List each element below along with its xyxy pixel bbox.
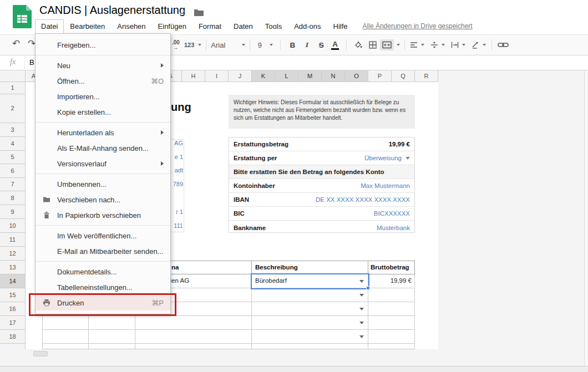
menu-hilfe[interactable]: Hilfe — [327, 19, 354, 33]
strikethrough-button[interactable]: S — [314, 41, 328, 49]
row-header-15[interactable]: 15 — [0, 288, 26, 302]
table-cell-betrag[interactable]: 19,99 € — [368, 274, 415, 288]
row-header-11[interactable]: 11 — [0, 233, 26, 247]
column-header-I[interactable]: I — [205, 70, 229, 82]
menu-addons[interactable]: Add-ons — [288, 19, 327, 33]
row-header-5[interactable]: 5 — [0, 151, 26, 164]
insert-link-button[interactable] — [498, 41, 509, 49]
dropdown-caret-icon[interactable] — [359, 308, 364, 310]
row-header-6[interactable]: 6 — [0, 164, 26, 178]
merge-cells-button[interactable] — [380, 39, 394, 50]
menu-format[interactable]: Format — [192, 19, 227, 33]
column-header-H[interactable]: H — [182, 70, 205, 82]
column-header-J[interactable]: J — [229, 70, 252, 82]
menu-item-kopie-erstellen[interactable]: Kopie erstellen... — [36, 104, 170, 120]
row-header-9[interactable]: 9 — [0, 205, 26, 219]
column-header-Q[interactable]: Q — [392, 70, 415, 82]
table-cell[interactable] — [42, 316, 89, 330]
menu-einfuegen[interactable]: Einfügen — [152, 19, 192, 33]
table-cell[interactable] — [368, 344, 415, 349]
table-cell[interactable] — [89, 330, 135, 344]
menu-item-verschieben-nach[interactable]: Verschieben nach... — [36, 192, 170, 207]
table-cell[interactable] — [135, 344, 252, 349]
row-header-2[interactable]: 2 — [0, 94, 26, 123]
table-cell[interactable] — [252, 330, 368, 344]
menu-item-umbenennen[interactable]: Umbenennen... — [36, 176, 170, 192]
menu-item-neu[interactable]: Neu — [36, 58, 170, 73]
menu-ansehen[interactable]: Ansehen — [111, 19, 151, 33]
row-header-partial[interactable] — [0, 344, 26, 349]
menu-item-dokumentdetails[interactable]: Dokumentdetails... — [36, 264, 170, 279]
increase-decimal-button[interactable]: .00→ — [172, 40, 180, 50]
text-rotation-button[interactable] — [471, 41, 486, 49]
menu-daten[interactable]: Daten — [227, 19, 259, 33]
text-wrap-button[interactable] — [450, 41, 465, 49]
font-size-select[interactable]: 9 — [255, 41, 276, 49]
row-header-13[interactable]: 13 — [0, 261, 26, 274]
menu-item-oeffnen[interactable]: Öffnen...⌘O — [36, 73, 170, 89]
table-cell[interactable] — [368, 316, 415, 330]
menu-item-freigeben[interactable]: Freigeben... — [36, 37, 170, 53]
row-header-7[interactable]: 7 — [0, 178, 26, 191]
number-format-button[interactable]: 123 — [184, 42, 201, 48]
table-cell[interactable] — [368, 330, 415, 344]
formula-bar-content[interactable]: B — [29, 58, 34, 67]
google-sheets-logo-icon[interactable] — [13, 5, 32, 30]
table-cell[interactable] — [89, 344, 135, 349]
column-header-L[interactable]: L — [275, 70, 298, 82]
menu-item-importieren[interactable]: Importieren... — [36, 89, 170, 104]
column-header-P[interactable]: P — [368, 70, 392, 82]
table-cell[interactable] — [42, 344, 89, 349]
fill-handle[interactable] — [366, 286, 370, 290]
fill-color-button[interactable] — [351, 40, 366, 49]
row-header-4[interactable]: 4 — [0, 137, 26, 151]
borders-button[interactable] — [366, 40, 380, 49]
table-cell[interactable] — [252, 302, 368, 316]
menu-item-tabelleneinstellungen[interactable]: Tabelleneinstellungen... — [36, 279, 170, 295]
save-status-link[interactable]: Alle Änderungen in Drive gespeichert — [363, 19, 473, 33]
column-header-M[interactable]: M — [298, 70, 322, 82]
merge-caret-icon[interactable] — [397, 44, 400, 46]
table-header-beschreibung[interactable]: Beschreibung — [252, 261, 368, 274]
bold-button[interactable]: B — [285, 41, 300, 49]
row-header-3[interactable]: 3 — [0, 123, 26, 137]
table-cell[interactable] — [252, 344, 368, 349]
column-header-R[interactable]: R — [415, 70, 438, 82]
table-cell[interactable] — [135, 316, 252, 330]
row-header-18[interactable]: 18 — [0, 330, 26, 344]
vertical-align-button[interactable] — [430, 41, 445, 49]
menu-datei[interactable]: Datei — [35, 19, 64, 33]
font-family-select[interactable]: Arial — [211, 41, 245, 49]
document-title[interactable]: CANDIS | Auslagenerstattung — [39, 4, 185, 17]
row-header-8[interactable]: 8 — [0, 191, 26, 205]
payment-method-dropdown[interactable]: Überweisung — [364, 155, 410, 161]
move-folder-icon[interactable] — [194, 8, 204, 18]
text-color-button[interactable]: A — [331, 40, 339, 50]
table-cell[interactable] — [368, 288, 415, 302]
row-header-17[interactable]: 17 — [0, 316, 26, 330]
table-cell[interactable] — [89, 316, 135, 330]
row-header-14[interactable]: 14 — [0, 274, 26, 288]
menu-item-papierkorb[interactable]: In Papierkorb verschieben — [36, 207, 170, 223]
column-header-O[interactable]: O — [345, 70, 368, 82]
menu-item-versionsverlauf[interactable]: Versionsverlauf — [36, 156, 170, 171]
italic-button[interactable]: I — [300, 40, 314, 49]
dropdown-caret-icon[interactable] — [359, 335, 364, 338]
star-icon[interactable]: ☆ — [178, 6, 186, 18]
dropdown-caret-icon[interactable] — [359, 294, 364, 297]
menu-item-email-mitbearbeiter[interactable]: E-Mail an Mitbearbeiter senden... — [36, 243, 170, 259]
menu-tools[interactable]: Tools — [259, 19, 288, 33]
row-header-1[interactable]: 1 — [0, 82, 26, 94]
table-cell[interactable] — [368, 302, 415, 316]
row-header-12[interactable]: 12 — [0, 247, 26, 261]
menu-bearbeiten[interactable]: Bearbeiten — [64, 19, 111, 33]
vertical-scrollbar[interactable] — [584, 70, 588, 366]
menu-item-email-anhang[interactable]: Als E-Mail-Anhang senden... — [36, 140, 170, 156]
scroll-handle[interactable] — [33, 351, 48, 356]
menu-item-herunterladen-als[interactable]: Herunterladen als — [36, 125, 170, 140]
table-cell[interactable] — [135, 330, 252, 344]
column-header-K[interactable]: K — [252, 70, 275, 82]
menu-item-im-web[interactable]: Im Web veröffentlichen... — [36, 228, 170, 243]
table-cell[interactable] — [252, 288, 368, 302]
table-cell[interactable] — [42, 330, 89, 344]
